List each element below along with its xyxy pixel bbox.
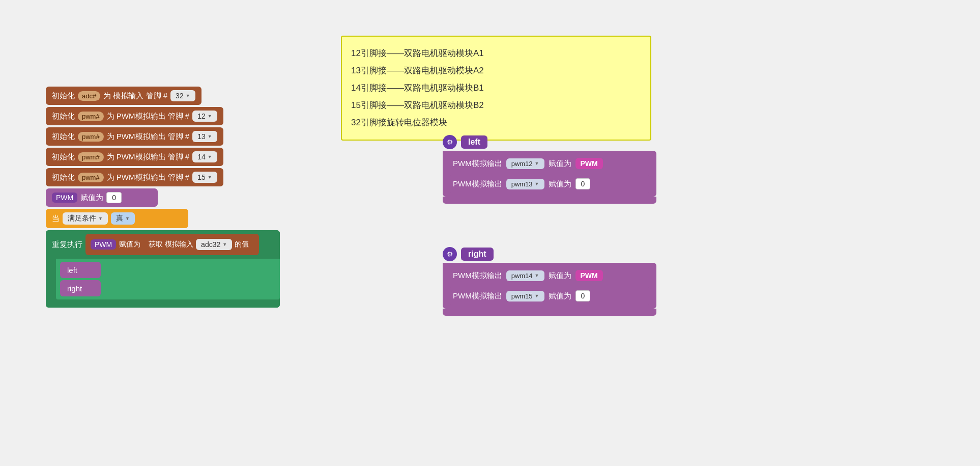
right-pwm15-row: PWM模拟输出 pwm15 赋值为 0	[448, 287, 651, 305]
left-call-label: left	[67, 266, 77, 275]
suffix-label: 的值	[235, 240, 249, 249]
pwm14-select[interactable]: pwm14	[506, 270, 544, 281]
pwm15-value[interactable]: 0	[575, 290, 591, 301]
pwm-assign-value[interactable]: 0	[106, 192, 122, 203]
pwm-assign-inline[interactable]: PWM 赋值为 获取 模拟输入 adc32 的值	[85, 234, 259, 255]
pwm-output-label-4: PWM模拟输出	[453, 291, 502, 301]
pwm13-pin-dropdown[interactable]: 13	[192, 131, 217, 142]
pwm12-pin-dropdown[interactable]: 12	[192, 111, 217, 122]
pwm15-pin-dropdown[interactable]: 15	[192, 172, 217, 183]
pwm15-select[interactable]: pwm15	[506, 291, 544, 301]
pwm-assign-block[interactable]: PWM 赋值为 0	[46, 188, 158, 207]
init-label-2d: 为 PWM模拟输出 管脚 #	[107, 152, 190, 162]
right-pwm14-row: PWM模拟输出 pwm14 赋值为 PWM	[448, 267, 651, 284]
init-label-1b: 初始化	[52, 112, 75, 121]
init-label-1c: 初始化	[52, 132, 75, 142]
pwm-assign-label: 赋值为	[80, 193, 103, 203]
pwm13-value[interactable]: 0	[575, 178, 591, 189]
left-func-name: left	[461, 135, 487, 149]
init-label-1e: 初始化	[52, 173, 75, 182]
pwm12-select[interactable]: pwm12	[506, 158, 544, 169]
when-label: 当	[52, 214, 60, 224]
right-func-header: ⚙ right	[443, 247, 656, 261]
init-label-2e: 为 PWM模拟输出 管脚 #	[107, 173, 190, 182]
get-analog-block[interactable]: 获取 模拟输入 adc32 的值	[143, 236, 254, 253]
assign-label-3: 赋值为	[549, 271, 571, 281]
left-func-footer	[443, 197, 656, 204]
loop-header[interactable]: 重复执行 PWM 赋值为 获取 模拟输入 adc32 的值	[46, 230, 280, 259]
note-line-3: 14引脚接——双路电机驱动模块B1	[351, 79, 641, 97]
pwm-value-2: PWM	[575, 270, 603, 281]
assign-label-4: 赋值为	[549, 291, 571, 301]
right-call-block[interactable]: right	[60, 280, 101, 296]
init-block-pwm14: 初始化 pwm# 为 PWM模拟输出 管脚 # 14	[46, 148, 280, 166]
init-blocks-area: 初始化 adc# 为 模拟输入 管脚 # 32 初始化 pwm# 为 PWM模拟…	[46, 87, 280, 308]
assign-inline-label: 赋值为	[119, 240, 140, 249]
right-func-footer	[443, 309, 656, 316]
condition-dropdown[interactable]: 满足条件	[63, 212, 108, 225]
init-block-pwm13: 初始化 pwm# 为 PWM模拟输出 管脚 # 13	[46, 127, 280, 146]
note-line-5: 32引脚接旋转电位器模块	[351, 114, 641, 131]
adc-tag: adc#	[78, 91, 100, 101]
pwm-value-1: PWM	[575, 158, 603, 169]
init-pwm14-block[interactable]: 初始化 pwm# 为 PWM模拟输出 管脚 # 14	[46, 148, 223, 166]
right-call-label: right	[67, 284, 82, 293]
right-func-body: PWM模拟输出 pwm14 赋值为 PWM PWM模拟输出 pwm15 赋值为 …	[443, 263, 656, 309]
get-label: 获取 模拟输入	[149, 240, 193, 249]
pwm-output-label-3: PWM模拟输出	[453, 271, 502, 281]
right-func-name: right	[461, 248, 494, 261]
left-pwm13-row: PWM模拟输出 pwm13 赋值为 0	[448, 175, 651, 193]
pwm-output-label-2: PWM模拟输出	[453, 179, 502, 189]
init-label-2b: 为 PWM模拟输出 管脚 #	[107, 112, 190, 121]
init-pwm13-block[interactable]: 初始化 pwm# 为 PWM模拟输出 管脚 # 13	[46, 127, 223, 146]
assign-label-1: 赋值为	[549, 159, 571, 169]
adc-pin-dropdown[interactable]: 32	[170, 90, 195, 101]
adc32-dropdown[interactable]: adc32	[196, 239, 232, 250]
init-block-pwm12: 初始化 pwm# 为 PWM模拟输出 管脚 # 12	[46, 107, 280, 125]
pwm-tag-2: pwm#	[78, 132, 104, 142]
assign-label-2: 赋值为	[549, 179, 571, 189]
left-func-header: ⚙ left	[443, 135, 656, 149]
true-dropdown[interactable]: 真	[111, 212, 135, 225]
left-func-body: PWM模拟输出 pwm12 赋值为 PWM PWM模拟输出 pwm13 赋值为 …	[443, 151, 656, 197]
pwm-inline-tag: PWM	[91, 239, 116, 250]
right-gear-icon[interactable]: ⚙	[443, 247, 457, 261]
loop-body: left right	[56, 259, 280, 299]
init-block-pwm15: 初始化 pwm# 为 PWM模拟输出 管脚 # 15	[46, 168, 280, 186]
init-label-2: 为 模拟输入 管脚 #	[103, 91, 167, 101]
pwm-tag-3: pwm#	[78, 152, 104, 162]
init-pwm15-block[interactable]: 初始化 pwm# 为 PWM模拟输出 管脚 # 15	[46, 168, 223, 186]
init-block-adc: 初始化 adc# 为 模拟输入 管脚 # 32	[46, 87, 280, 105]
left-gear-icon[interactable]: ⚙	[443, 135, 457, 149]
repeat-label: 重复执行	[52, 240, 82, 250]
note-line-1: 12引脚接——双路电机驱动模块A1	[351, 45, 641, 62]
loop-footer	[46, 299, 280, 308]
init-label-1d: 初始化	[52, 152, 75, 162]
pwm-tag-4: pwm#	[78, 173, 104, 182]
pwm-tag-1: pwm#	[78, 112, 104, 121]
init-adc-block[interactable]: 初始化 adc# 为 模拟输入 管脚 # 32	[46, 87, 201, 105]
note-box: 12引脚接——双路电机驱动模块A1 13引脚接——双路电机驱动模块A2 14引脚…	[341, 36, 651, 141]
init-label-1: 初始化	[52, 91, 75, 101]
left-call-block[interactable]: left	[60, 262, 101, 278]
left-func-def: ⚙ left PWM模拟输出 pwm12 赋值为 PWM PWM模拟输出 pwm…	[443, 135, 656, 204]
pwm-assign-tag: PWM	[52, 193, 77, 203]
pwm14-pin-dropdown[interactable]: 14	[192, 151, 217, 162]
pwm13-select[interactable]: pwm13	[506, 179, 544, 189]
init-label-2c: 为 PWM模拟输出 管脚 #	[107, 132, 190, 142]
when-block[interactable]: 当 满足条件 真	[46, 209, 188, 228]
pwm-output-label-1: PWM模拟输出	[453, 159, 502, 169]
init-pwm12-block[interactable]: 初始化 pwm# 为 PWM模拟输出 管脚 # 12	[46, 107, 223, 125]
note-line-4: 15引脚接——双路电机驱动模块B2	[351, 97, 641, 114]
note-line-2: 13引脚接——双路电机驱动模块A2	[351, 62, 641, 79]
left-pwm12-row: PWM模拟输出 pwm12 赋值为 PWM	[448, 155, 651, 172]
loop-block: 重复执行 PWM 赋值为 获取 模拟输入 adc32 的值 left right	[46, 230, 280, 308]
right-func-def: ⚙ right PWM模拟输出 pwm14 赋值为 PWM PWM模拟输出 pw…	[443, 247, 656, 316]
